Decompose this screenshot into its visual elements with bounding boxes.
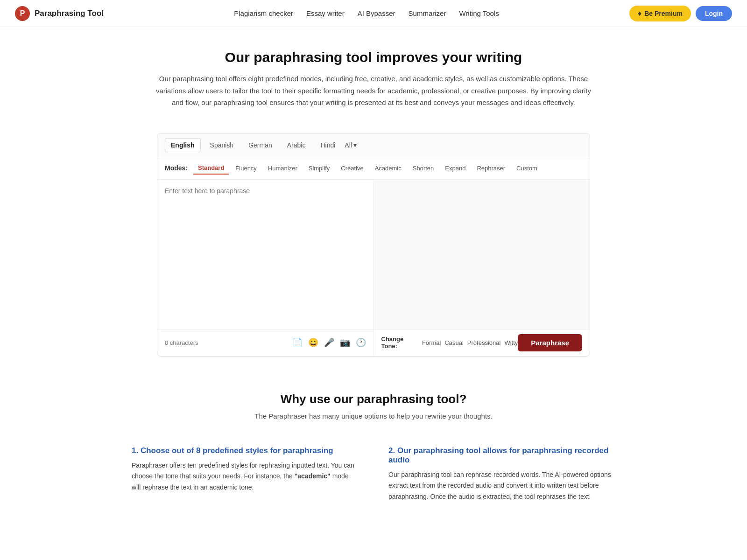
feature-1-description: Paraphraser offers ten predefined styles… xyxy=(132,460,359,493)
brand-logo-text: P xyxy=(20,9,25,18)
modes-row: Modes: Standard Fluency Humanizer Simpli… xyxy=(157,157,590,180)
mode-creative[interactable]: Creative xyxy=(336,162,368,174)
brand: P Paraphrasing Tool xyxy=(15,6,104,21)
nav-essay-writer[interactable]: Essay writer xyxy=(306,9,345,17)
mode-custom[interactable]: Custom xyxy=(512,162,542,174)
editor-right-footer: Change Tone: Formal Casual Professional … xyxy=(374,329,590,356)
mode-humanizer[interactable]: Humanizer xyxy=(263,162,302,174)
change-tone-label: Change Tone: xyxy=(381,336,418,350)
tone-professional[interactable]: Professional xyxy=(467,339,501,346)
paraphrase-button[interactable]: Paraphrase xyxy=(518,334,582,351)
history-icon[interactable]: 🕐 xyxy=(356,337,366,348)
nav-ai-bypasser[interactable]: AI Bypasser xyxy=(358,9,395,17)
features-grid: 1. Choose out of 8 predefined styles for… xyxy=(117,435,630,514)
nav-actions: ♦ Be Premium Login xyxy=(629,6,732,21)
footer-icons: 📄 😀 🎤 📷 🕐 xyxy=(292,337,366,348)
input-textarea[interactable] xyxy=(157,180,374,329)
lang-tab-spanish[interactable]: Spanish xyxy=(204,139,240,152)
hero-title: Our paraphrasing tool improves your writ… xyxy=(15,49,732,65)
lang-tab-arabic[interactable]: Arabic xyxy=(282,139,311,152)
tool-box: English Spanish German Arabic Hindi All … xyxy=(157,133,590,357)
brand-name: Paraphrasing Tool xyxy=(35,9,104,18)
change-tone: Change Tone: Formal Casual Professional … xyxy=(381,336,518,350)
emoji-icon[interactable]: 😀 xyxy=(308,337,318,348)
file-upload-icon[interactable]: 📄 xyxy=(292,337,303,348)
feature-2-description: Our paraphrasing tool can rephrase recor… xyxy=(388,469,615,503)
mode-rephraser[interactable]: Rephraser xyxy=(472,162,510,174)
lang-tab-english[interactable]: English xyxy=(165,138,201,152)
language-tabs: English Spanish German Arabic Hindi All … xyxy=(157,133,590,157)
tone-witty[interactable]: Witty xyxy=(504,339,518,346)
lang-tab-hindi[interactable]: Hindi xyxy=(315,139,341,152)
editor-area xyxy=(157,180,590,329)
tone-casual[interactable]: Casual xyxy=(444,339,463,346)
mode-shorten[interactable]: Shorten xyxy=(408,162,439,174)
nav-plagiarism-checker[interactable]: Plagiarism checker xyxy=(234,9,293,17)
editor-bottom-row: 0 characters 📄 😀 🎤 📷 🕐 Change Tone: Form… xyxy=(157,329,590,356)
diamond-icon: ♦ xyxy=(638,9,641,18)
feature-2: 2. Our paraphrasing tool allows for para… xyxy=(388,446,615,503)
editor-right xyxy=(374,180,590,329)
hero-description: Our paraphrasing tool offers eight prede… xyxy=(149,73,598,109)
hero-section: Our paraphrasing tool improves your writ… xyxy=(0,27,747,120)
mic-icon[interactable]: 🎤 xyxy=(324,337,334,348)
mode-simplify[interactable]: Simplify xyxy=(304,162,335,174)
char-count: 0 characters xyxy=(165,339,198,346)
editor-left xyxy=(157,180,374,329)
nav-writing-tools[interactable]: Writing Tools xyxy=(459,9,499,17)
why-subtitle: The Paraphraser has many unique options … xyxy=(15,412,732,420)
lang-tab-german[interactable]: German xyxy=(243,139,278,152)
tone-formal[interactable]: Formal xyxy=(422,339,441,346)
nav-summarizer[interactable]: Summarizer xyxy=(409,9,446,17)
feature-2-title: 2. Our paraphrasing tool allows for para… xyxy=(388,446,615,465)
mode-standard[interactable]: Standard xyxy=(193,162,229,175)
feature-1-title: 1. Choose out of 8 predefined styles for… xyxy=(132,446,359,455)
modes-label: Modes: xyxy=(165,164,188,172)
premium-button[interactable]: ♦ Be Premium xyxy=(629,6,691,21)
navbar: P Paraphrasing Tool Plagiarism checker E… xyxy=(0,0,747,27)
nav-links: Plagiarism checker Essay writer AI Bypas… xyxy=(234,9,499,17)
editor-left-footer: 0 characters 📄 😀 🎤 📷 🕐 xyxy=(157,329,374,356)
mode-fluency[interactable]: Fluency xyxy=(231,162,261,174)
why-title: Why use our paraphrasing tool? xyxy=(15,392,732,406)
brand-logo: P xyxy=(15,6,30,21)
why-section: Why use our paraphrasing tool? The Parap… xyxy=(0,370,747,435)
lang-tab-all[interactable]: All ▾ xyxy=(345,141,357,149)
tool-wrapper: English Spanish German Arabic Hindi All … xyxy=(149,133,598,357)
mode-expand[interactable]: Expand xyxy=(440,162,470,174)
login-button[interactable]: Login xyxy=(696,6,732,21)
image-icon[interactable]: 📷 xyxy=(340,337,350,348)
chevron-down-icon: ▾ xyxy=(353,141,357,149)
mode-academic[interactable]: Academic xyxy=(370,162,406,174)
feature-1: 1. Choose out of 8 predefined styles for… xyxy=(132,446,359,503)
